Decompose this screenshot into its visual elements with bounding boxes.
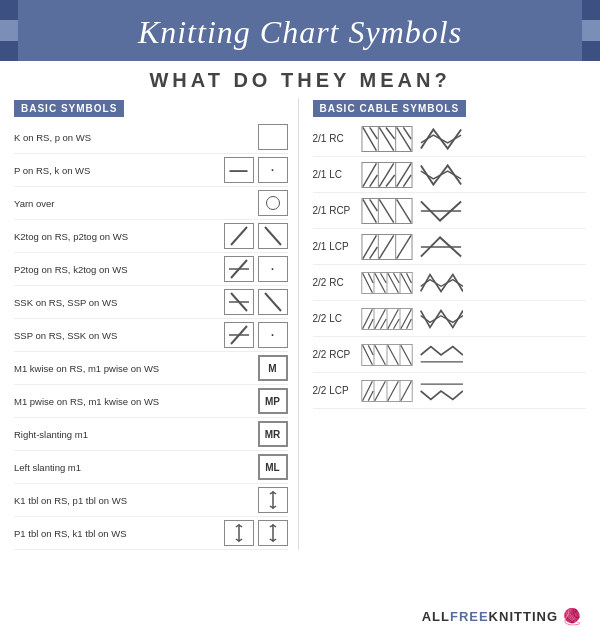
symbol-row: K2tog on RS, p2tog on WS: [14, 220, 288, 253]
symbol-box-dot3: ·: [258, 322, 288, 348]
svg-line-1: [265, 227, 281, 245]
cable-label: 2/1 RCP: [313, 205, 361, 216]
symbol-row: M1 pwise on RS, m1 kwise on WS MP: [14, 385, 288, 418]
right-column: BASIC CABLE SYMBOLS 2/1 RC: [299, 98, 587, 550]
svg-line-68: [400, 309, 411, 329]
symbol-row: Right-slanting m1 MR: [14, 418, 288, 451]
cable-sym: [361, 305, 463, 333]
cable-icon-22rcp-shape: [419, 341, 463, 369]
symbol-row: P1 tbl on RS, k1 tbl on WS: [14, 517, 288, 550]
cable-row-21lc: 2/1 LC: [313, 157, 587, 193]
svg-line-34: [369, 199, 377, 211]
symbol-label: Yarn over: [14, 198, 258, 209]
symbol-box-ssk1: [224, 289, 254, 315]
symbol-box-dot: ·: [258, 157, 288, 183]
svg-line-86: [374, 381, 385, 401]
symbol-box-slash-bl: [224, 256, 254, 282]
cable-icon-22rc-grid: [361, 269, 413, 297]
symbol-box-slash-r: [258, 223, 288, 249]
cable-sym: [361, 377, 463, 405]
svg-line-26: [379, 163, 393, 186]
cable-icon-22lc-shape: [419, 305, 463, 333]
symbol-row: K on RS, p on WS: [14, 121, 288, 154]
cable-icon-21rcp-shape: [419, 197, 463, 225]
symbol-box-slash-l: [224, 223, 254, 249]
cable-row-22lc: 2/2 LC: [313, 301, 587, 337]
svg-line-62: [362, 309, 372, 329]
symbol-label: SSP on RS, SSK on WS: [14, 330, 224, 341]
svg-line-18: [386, 127, 395, 139]
svg-line-53: [380, 273, 386, 283]
svg-line-0: [231, 227, 247, 245]
svg-line-54: [387, 273, 398, 293]
symbol-row: Yarn over: [14, 187, 288, 220]
subtitle: WHAT DO THEY MEAN?: [0, 61, 600, 98]
cable-label: 2/2 LC: [313, 313, 361, 324]
svg-line-15: [362, 127, 375, 150]
svg-line-24: [362, 163, 375, 186]
svg-line-50: [362, 273, 372, 293]
svg-line-52: [374, 273, 385, 293]
cable-sym: [361, 197, 463, 225]
svg-line-78: [400, 345, 411, 365]
symbol-row: SSP on RS, SSK on WS ·: [14, 319, 288, 352]
svg-line-16: [369, 127, 377, 139]
symbol-row: Left slanting m1 ML: [14, 451, 288, 484]
svg-line-6: [265, 293, 281, 311]
svg-line-43: [379, 235, 393, 258]
symbol-label: K1 tbl on RS, p1 tbl on WS: [14, 495, 254, 506]
header: Knitting Chart Symbols: [0, 0, 600, 61]
symbol-row: K1 tbl on RS, p1 tbl on WS: [14, 484, 288, 517]
symbol-box-ML: ML: [258, 454, 288, 480]
cable-sym: [361, 161, 463, 189]
svg-line-69: [406, 319, 411, 329]
symbol-box-MR: MR: [258, 421, 288, 447]
svg-line-55: [393, 273, 399, 283]
cable-icon-21lcp-shape: [419, 233, 463, 261]
cable-icon-22rc-shape: [419, 269, 463, 297]
cable-row-21lcp: 2/1 LCP: [313, 229, 587, 265]
brand-text: ALLFREEKNITTING: [422, 609, 558, 624]
svg-line-20: [403, 127, 411, 139]
svg-line-51: [368, 273, 373, 283]
cable-icon-22lc-grid: [361, 305, 413, 333]
svg-line-63: [368, 319, 373, 329]
svg-line-64: [374, 309, 385, 329]
cable-sym: [361, 269, 463, 297]
cable-row-21rcp: 2/1 RCP: [313, 193, 587, 229]
cable-sym: [361, 125, 463, 153]
cable-icon-21rc-grid: [361, 125, 413, 153]
symbol-box-MP: MP: [258, 388, 288, 414]
symbol-label: P1 tbl on RS, k1 tbl on WS: [14, 528, 220, 539]
cable-row-21rc: 2/1 RC: [313, 121, 587, 157]
cable-label: 2/2 LCP: [313, 385, 361, 396]
main-title: Knitting Chart Symbols: [20, 14, 580, 51]
cable-icon-22rcp-grid: [361, 341, 413, 369]
svg-line-88: [400, 381, 411, 401]
symbol-row: P2tog on RS, k2tog on WS ·: [14, 253, 288, 286]
symbol-box-hline: —: [224, 157, 254, 183]
svg-line-85: [368, 391, 373, 401]
symbol-box-tbl2: [224, 520, 254, 546]
cable-icon-21lc-shape: [419, 161, 463, 189]
content-area: BASIC SYMBOLS K on RS, p on WS P on RS, …: [0, 98, 600, 550]
cable-icon-21rc-shape: [419, 125, 463, 153]
symbol-row: M1 kwise on RS, m1 pwise on WS M: [14, 352, 288, 385]
svg-line-77: [387, 345, 398, 365]
cable-label: 2/1 LCP: [313, 241, 361, 252]
svg-line-74: [362, 345, 372, 365]
svg-line-36: [396, 199, 410, 222]
svg-line-57: [406, 273, 411, 283]
svg-line-87: [387, 381, 398, 401]
cable-label: 2/1 RC: [313, 133, 361, 144]
symbol-label: SSK on RS, SSP on WS: [14, 297, 224, 308]
svg-line-17: [379, 127, 393, 150]
svg-line-42: [369, 247, 377, 259]
right-stripes: [582, 0, 600, 61]
symbol-label: Right-slanting m1: [14, 429, 258, 440]
symbol-box-tbl: [258, 487, 288, 513]
page: Knitting Chart Symbols WHAT DO THEY MEAN…: [0, 0, 600, 634]
symbol-box-M: M: [258, 355, 288, 381]
symbol-label: K2tog on RS, p2tog on WS: [14, 231, 224, 242]
svg-line-84: [362, 381, 372, 401]
